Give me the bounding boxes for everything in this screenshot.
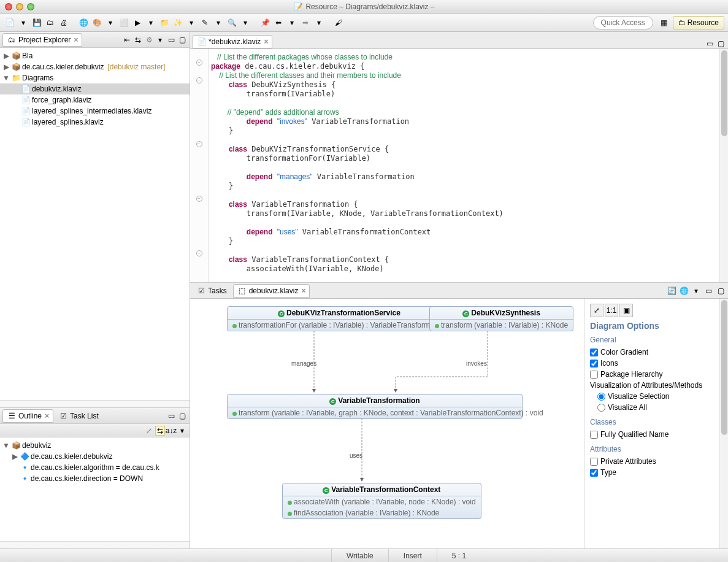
fold-marker-icon[interactable]: − [196,60,202,66]
pin-icon[interactable]: 📌 [259,17,271,29]
editor-tab[interactable]: 📄 *debukviz.klaviz × [193,35,272,48]
option-icons[interactable]: Icons [590,358,715,369]
wand-icon[interactable]: ✨ [172,17,184,29]
dropdown-icon[interactable]: ▾ [286,17,298,29]
close-icon[interactable]: × [301,287,305,295]
tree-row[interactable]: ▶📦de.cau.cs.kieler.debukviz[debukviz mas… [0,61,190,72]
save-all-icon[interactable]: 🗂 [44,17,56,29]
project-explorer-tab[interactable]: 🗂 Project Explorer × [2,33,82,47]
back-icon[interactable]: ⬅ [272,17,285,29]
tree-row[interactable]: ▶📦Bla [0,50,190,61]
minimize-view-icon[interactable]: ▭ [703,286,713,296]
folder-icon[interactable]: 📁 [158,17,171,29]
tree-row[interactable]: 📄layered_splines_intermediates.klaviz [0,106,190,117]
close-icon[interactable]: × [74,36,78,44]
open-perspective-icon[interactable]: ▦ [658,17,670,29]
code-area[interactable]: // List the different packages whose cla… [209,49,719,282]
palette-icon[interactable]: 🎨 [91,17,103,29]
horizontal-scrollbar[interactable] [0,541,190,549]
zoom-fit-icon[interactable]: ▣ [619,304,633,317]
collapse-all-icon[interactable]: ⇤ [122,35,132,45]
save-icon[interactable]: 💾 [31,17,43,29]
diagram-tab[interactable]: ⬚ debukviz.klaviz × [233,284,310,298]
option-color-gradient[interactable]: Color Gradient [590,347,715,358]
option-type[interactable]: Type [590,467,715,478]
vertical-scrollbar[interactable] [719,299,728,549]
fold-marker-icon[interactable]: − [196,196,202,202]
layout-icon[interactable]: ⬜ [118,17,130,29]
diagram-node-transformation[interactable]: CVariableTransformation transform (varia… [227,394,523,419]
option-viz-selection[interactable]: Visualize Selection [590,391,715,402]
project-explorer-tree[interactable]: ▶📦Bla ▶📦de.cau.cs.kieler.debukviz[debukv… [0,48,190,400]
tree-row[interactable]: ▼📦debukviz [0,440,190,451]
minimize-window-button[interactable] [16,3,23,10]
new-icon[interactable]: 📄 [4,17,16,29]
link-icon[interactable]: ⇆ [155,426,165,436]
tree-row[interactable]: 📄debukviz.klaviz [0,83,190,94]
zoom-100-icon[interactable]: 1:1 [605,304,618,317]
tree-row[interactable]: ▶🔷de.cau.cs.kieler.debukviz [0,451,190,462]
sort-icon[interactable]: a↓z [166,426,176,436]
dropdown-icon[interactable]: ▾ [145,17,157,29]
view-menu-icon[interactable]: ▾ [177,426,187,436]
dropdown-icon[interactable]: ▾ [313,17,325,29]
close-window-button[interactable] [5,3,12,10]
option-package-hierarchy[interactable]: Package Hierarchy [590,369,715,380]
tasks-tab[interactable]: ☑ Tasks [193,285,231,297]
dropdown-icon[interactable]: ▾ [17,17,29,29]
outline-tree[interactable]: ▼📦debukviz ▶🔷de.cau.cs.kieler.debukviz 🔹… [0,437,190,541]
maximize-view-icon[interactable]: ▢ [716,286,726,296]
filter-icon[interactable]: ⚙ [144,35,154,45]
dropdown-icon[interactable]: ▾ [239,17,251,29]
close-icon[interactable]: × [45,412,49,420]
dropdown-icon[interactable]: ▾ [104,17,117,29]
globe-icon[interactable]: 🌐 [77,17,90,29]
close-icon[interactable]: × [264,37,268,46]
dropdown-icon[interactable]: ▾ [212,17,224,29]
tree-row[interactable]: 📄layered_splines.klaviz [0,117,190,128]
tree-row[interactable]: ▼📁Diagrams [0,72,190,83]
perspective-resource-button[interactable]: 🗀 Resource [673,16,724,29]
brush-icon[interactable]: 🖌 [332,17,345,29]
cursor-icon[interactable]: ✎ [199,17,211,29]
forward-icon[interactable]: ➡ [299,17,312,29]
horizontal-scrollbar[interactable] [0,400,190,407]
minimize-view-icon[interactable]: ▭ [166,411,176,421]
code-editor[interactable]: − − − − − // List the different packages… [190,49,728,282]
diagram-node-context[interactable]: CVariableTransformationContext associate… [282,483,481,519]
print-icon[interactable]: 🖨 [58,17,70,29]
tree-row[interactable]: 📄force_graph.klaviz [0,94,190,106]
run-icon[interactable]: ▶ [131,17,144,29]
view-menu-icon[interactable]: ▾ [155,35,165,45]
tree-row[interactable]: 🔹de.cau.cs.kieler.algorithm = de.cau.cs.… [0,462,190,473]
fold-marker-icon[interactable]: − [196,250,202,256]
diagram-node-service[interactable]: CDebuKVizTransformationService transform… [227,306,451,331]
option-private-attr[interactable]: Private Attributes [590,456,715,467]
dropdown-icon[interactable]: ▾ [185,17,197,29]
maximize-window-button[interactable] [27,3,34,10]
diagram-node-synthesis[interactable]: CDebuKVizSynthesis transform (variable :… [429,306,573,331]
fold-marker-icon[interactable]: − [196,77,202,83]
vertical-scrollbar[interactable] [719,49,728,282]
link-editor-icon[interactable]: ⇆ [133,35,143,45]
fold-marker-icon[interactable]: − [196,141,202,147]
expand-icon[interactable]: ⤢ [144,426,154,436]
tree-row[interactable]: 🔹de.cau.cs.kieler.direction = DOWN [0,473,190,484]
minimize-view-icon[interactable]: ▭ [705,39,715,48]
maximize-view-icon[interactable]: ▢ [716,39,726,48]
fit-icon[interactable]: ⤢ [590,304,603,317]
option-fqn[interactable]: Fully Qualified Name [590,429,715,440]
maximize-view-icon[interactable]: ▢ [177,35,187,45]
quick-access-button[interactable]: Quick Access [593,16,653,29]
tasklist-tab[interactable]: ☑ Task List [55,410,102,422]
editor-gutter[interactable]: − − − − − [190,49,209,282]
zoom-icon[interactable]: 🌐 [679,286,689,296]
maximize-view-icon[interactable]: ▢ [177,411,187,421]
diagram-canvas[interactable]: CDebuKVizTransformationService transform… [190,299,584,549]
refresh-icon[interactable]: 🔄 [667,286,676,296]
search-icon[interactable]: 🔍 [226,17,238,29]
view-menu-icon[interactable]: ▾ [691,286,701,296]
outline-tab[interactable]: ☰ Outline × [2,409,53,423]
minimize-view-icon[interactable]: ▭ [166,35,176,45]
option-viz-all[interactable]: Visualize All [590,402,715,413]
